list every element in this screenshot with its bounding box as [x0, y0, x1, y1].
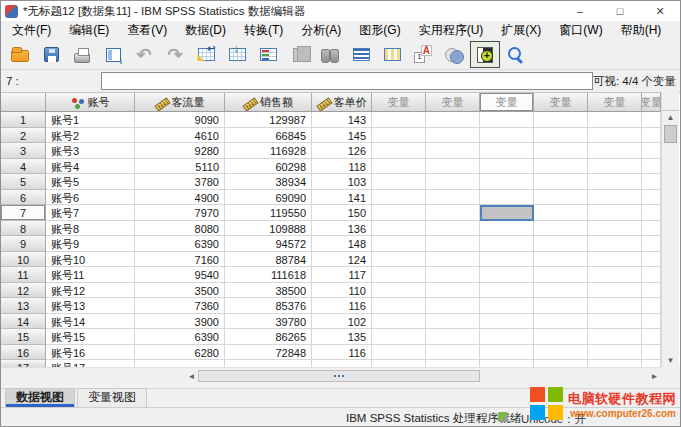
scroll-left-button[interactable]: ◄ [185, 369, 198, 383]
toolbar-goto-case-button[interactable] [191, 41, 221, 68]
grid-cell[interactable]: 账号1 [46, 112, 135, 128]
row-number-cell[interactable]: 13 [1, 298, 46, 314]
grid-cell[interactable]: 38934 [225, 174, 312, 190]
row-number-cell[interactable]: 10 [1, 252, 46, 268]
empty-variable-cell[interactable] [588, 283, 642, 299]
scroll-right-button[interactable]: ► [648, 369, 661, 383]
placeholder-column-header[interactable]: 变量 [588, 93, 642, 112]
vertical-scrollbar[interactable]: ▲ ▼ [661, 92, 679, 367]
grid-cell[interactable]: 9280 [135, 143, 225, 159]
empty-variable-cell[interactable] [642, 190, 661, 206]
row-number-cell[interactable]: 17 [1, 360, 46, 367]
toolbar-insert-variables-button[interactable] [377, 41, 407, 68]
empty-variable-cell[interactable] [480, 329, 534, 345]
grid-cell[interactable]: 143 [312, 112, 372, 128]
empty-variable-cell[interactable] [642, 174, 661, 190]
toolbar-print-button[interactable] [67, 41, 97, 68]
empty-variable-cell[interactable] [426, 190, 480, 206]
menu-data[interactable]: 数据(D) [176, 21, 235, 40]
grid-cell[interactable]: 8080 [135, 221, 225, 237]
row-number-cell[interactable]: 14 [1, 314, 46, 330]
grid-cell[interactable]: 86265 [225, 329, 312, 345]
grid-cell[interactable]: 150 [312, 205, 372, 221]
menu-window[interactable]: 窗口(W) [550, 21, 611, 40]
grid-cell[interactable]: 38500 [225, 283, 312, 299]
grid-cell[interactable]: 60298 [225, 159, 312, 175]
empty-variable-cell[interactable] [588, 360, 642, 367]
empty-variable-cell[interactable] [642, 128, 661, 144]
empty-variable-cell[interactable] [372, 298, 426, 314]
grid-cell[interactable]: 7360 [135, 298, 225, 314]
menu-extensions[interactable]: 扩展(X) [492, 21, 550, 40]
grid-cell[interactable]: 账号5 [46, 174, 135, 190]
grid-cell[interactable]: 9540 [135, 267, 225, 283]
row-number-cell[interactable]: 4 [1, 159, 46, 175]
empty-variable-cell[interactable] [372, 236, 426, 252]
grid-cell[interactable]: 102 [312, 314, 372, 330]
empty-variable-cell[interactable] [534, 221, 588, 237]
empty-variable-cell[interactable] [372, 252, 426, 268]
empty-variable-cell[interactable] [426, 314, 480, 330]
row-number-cell[interactable]: 15 [1, 329, 46, 345]
grid-cell[interactable]: 126 [312, 143, 372, 159]
empty-variable-cell[interactable] [642, 267, 661, 283]
cell-editor-input[interactable] [101, 72, 593, 90]
empty-variable-cell[interactable] [588, 159, 642, 175]
close-button[interactable]: ✕ [640, 1, 680, 21]
empty-variable-cell[interactable] [642, 221, 661, 237]
toolbar-descriptives-button[interactable] [284, 41, 314, 68]
empty-variable-cell[interactable] [372, 221, 426, 237]
toolbar-goto-variable-button[interactable] [222, 41, 252, 68]
toolbar-value-labels-button[interactable] [408, 41, 438, 68]
empty-variable-cell[interactable] [426, 345, 480, 361]
empty-variable-cell[interactable] [588, 112, 642, 128]
grid-cell[interactable]: 账号3 [46, 143, 135, 159]
menu-transform[interactable]: 转换(T) [235, 21, 292, 40]
empty-variable-cell[interactable] [588, 236, 642, 252]
tab-data-view[interactable]: 数据视图 [5, 388, 75, 407]
scroll-up-button[interactable]: ▲ [662, 111, 679, 124]
empty-variable-cell[interactable] [642, 283, 661, 299]
grid-cell[interactable]: 账号17 [46, 360, 135, 367]
minimize-button[interactable]: – [560, 1, 600, 21]
empty-variable-cell[interactable] [372, 283, 426, 299]
empty-variable-cell[interactable] [588, 314, 642, 330]
empty-variable-cell[interactable] [372, 174, 426, 190]
empty-variable-cell[interactable] [534, 159, 588, 175]
empty-variable-cell[interactable] [642, 314, 661, 330]
row-number-cell[interactable]: 11 [1, 267, 46, 283]
empty-variable-cell[interactable] [372, 190, 426, 206]
grid-cell[interactable]: 109888 [225, 221, 312, 237]
grid-cell[interactable]: 141 [312, 190, 372, 206]
empty-variable-cell[interactable] [642, 360, 661, 367]
empty-variable-cell[interactable] [534, 128, 588, 144]
empty-variable-cell[interactable] [588, 143, 642, 159]
empty-variable-cell[interactable] [426, 143, 480, 159]
empty-variable-cell[interactable] [480, 267, 534, 283]
placeholder-column-header[interactable]: 变量 [426, 93, 480, 112]
empty-variable-cell[interactable] [372, 329, 426, 345]
row-number-cell[interactable]: 8 [1, 221, 46, 237]
empty-variable-cell[interactable] [426, 360, 480, 367]
grid-cell[interactable]: 124 [312, 252, 372, 268]
menu-file[interactable]: 文件(F) [3, 21, 60, 40]
placeholder-column-header[interactable]: 变量 [642, 93, 661, 112]
row-number-cell[interactable]: 5 [1, 174, 46, 190]
empty-variable-cell[interactable] [480, 252, 534, 268]
grid-cell[interactable]: 账号12 [46, 283, 135, 299]
grid-cell[interactable]: 账号6 [46, 190, 135, 206]
empty-variable-cell[interactable] [588, 252, 642, 268]
empty-variable-cell[interactable] [426, 159, 480, 175]
grid-cell[interactable]: 116 [312, 298, 372, 314]
empty-variable-cell[interactable] [588, 345, 642, 361]
empty-variable-cell[interactable] [534, 112, 588, 128]
empty-variable-cell[interactable] [642, 329, 661, 345]
empty-variable-cell[interactable] [480, 112, 534, 128]
empty-variable-cell[interactable] [426, 236, 480, 252]
column-header-客单价[interactable]: 客单价 [312, 93, 372, 112]
empty-variable-cell[interactable] [480, 159, 534, 175]
toolbar-save-button[interactable] [36, 41, 66, 68]
row-number-cell[interactable]: 9 [1, 236, 46, 252]
grid-cell[interactable]: 4900 [135, 190, 225, 206]
placeholder-column-header[interactable]: 变量 [480, 93, 534, 112]
